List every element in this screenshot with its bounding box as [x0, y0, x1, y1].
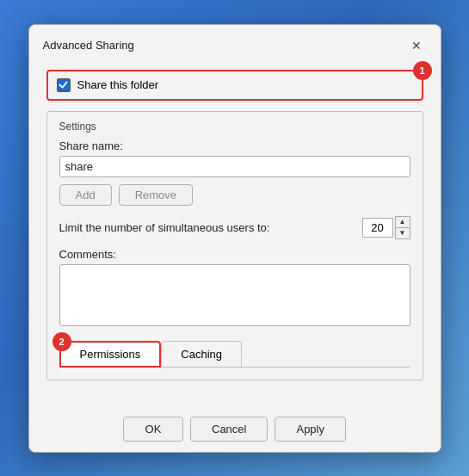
comments-label: Comments:: [59, 248, 410, 261]
remove-button[interactable]: Remove: [119, 184, 193, 206]
dialog-body: Share this folder 1 Settings Share name:…: [29, 63, 441, 406]
users-value-input[interactable]: [362, 218, 393, 238]
tab-row: 2 Permissions Caching: [59, 341, 410, 368]
tab-caching-label: Caching: [181, 348, 222, 361]
settings-group: Settings Share name: Add Remove Limit th…: [46, 111, 423, 380]
tab-caching[interactable]: Caching: [161, 341, 242, 368]
share-folder-label: Share this folder: [77, 78, 159, 91]
badge-2: 2: [52, 332, 71, 351]
badge-1: 1: [413, 61, 432, 80]
tab-permissions[interactable]: 2 Permissions: [59, 341, 162, 368]
title-bar: Advanced Sharing ✕: [29, 25, 441, 63]
users-limit-label: Limit the number of simultaneous users t…: [59, 221, 270, 234]
spinner-up-button[interactable]: ▲: [396, 217, 410, 227]
share-folder-checkbox[interactable]: [57, 78, 71, 92]
dialog-footer: OK Cancel Apply: [29, 406, 441, 452]
share-name-label: Share name:: [59, 139, 410, 152]
spinner-buttons: ▲ ▼: [395, 216, 410, 239]
settings-legend: Settings: [59, 121, 410, 133]
add-button[interactable]: Add: [59, 184, 112, 206]
apply-button[interactable]: Apply: [275, 417, 346, 442]
share-folder-row: Share this folder 1: [46, 70, 423, 101]
cancel-button[interactable]: Cancel: [190, 417, 268, 442]
users-row: Limit the number of simultaneous users t…: [59, 216, 410, 239]
comments-textarea[interactable]: [59, 264, 410, 326]
spinner-down-button[interactable]: ▼: [396, 228, 410, 238]
close-button[interactable]: ✕: [406, 35, 427, 56]
advanced-sharing-dialog: Advanced Sharing ✕ Share this folder 1 S…: [28, 24, 441, 453]
users-spinner: ▲ ▼: [362, 216, 410, 239]
add-remove-row: Add Remove: [59, 184, 410, 206]
ok-button[interactable]: OK: [123, 417, 183, 442]
dialog-title: Advanced Sharing: [43, 39, 134, 52]
share-name-input[interactable]: [59, 156, 410, 177]
tab-permissions-label: Permissions: [80, 348, 141, 361]
